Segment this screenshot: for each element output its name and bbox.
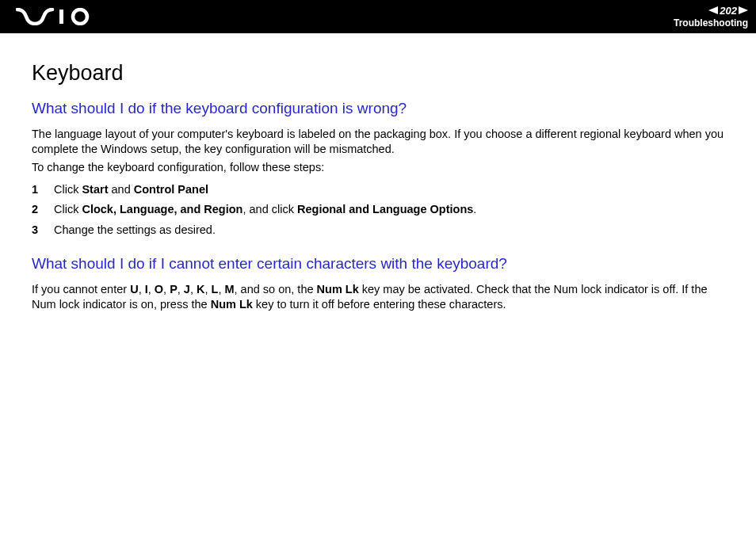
- s2-text-d: key to turn it off before entering these…: [253, 298, 506, 311]
- s2-key-j: J: [184, 283, 190, 296]
- s2-comma-3: ,: [163, 283, 170, 296]
- s2-comma-2: ,: [148, 283, 155, 296]
- svg-rect-0: [59, 10, 63, 24]
- step-2-bold-rlo: Regional and Language Options: [297, 203, 473, 216]
- step-3-text: Change the settings as desired.: [54, 223, 216, 236]
- step-3: Change the settings as desired.: [32, 222, 724, 239]
- s2-comma-4: ,: [178, 283, 184, 296]
- step-1-bold-cp: Control Panel: [134, 183, 208, 196]
- svg-marker-2: [708, 6, 718, 14]
- step-2-text-c: , and click: [242, 203, 297, 216]
- steps-list: Click Start and Control Panel Click Cloc…: [32, 181, 724, 239]
- section2-paragraph: If you cannot enter U, I, O, P, J, K, L,…: [32, 282, 724, 312]
- step-1: Click Start and Control Panel: [32, 181, 724, 199]
- svg-marker-3: [739, 6, 748, 14]
- question-1-heading: What should I do if the keyboard configu…: [32, 100, 724, 117]
- s2-key-m: M: [224, 283, 234, 296]
- vaio-logo-svg: [16, 8, 91, 25]
- page-nav: 202: [674, 5, 748, 17]
- prev-page-arrow-icon[interactable]: [708, 5, 718, 17]
- s2-numlk-1: Num Lk: [317, 283, 359, 296]
- question-2-heading: What should I do if I cannot enter certa…: [32, 255, 724, 273]
- content-area: Keyboard What should I do if the keyboar…: [0, 33, 756, 330]
- header-bar: 202 Troubleshooting: [0, 0, 756, 33]
- section1-intro-2: To change the keyboard configuration, fo…: [32, 160, 724, 175]
- step-2-text-a: Click: [54, 203, 82, 216]
- s2-numlk-2: Num Lk: [211, 298, 253, 311]
- step-1-bold-start: Start: [82, 183, 108, 196]
- step-2-text-e: .: [473, 203, 476, 216]
- header-right: 202 Troubleshooting: [674, 5, 748, 29]
- step-2-bold-clr: Clock, Language, and Region: [82, 203, 242, 216]
- step-1-text-a: Click: [54, 183, 82, 196]
- page-number: 202: [720, 5, 737, 17]
- step-2: Click Clock, Language, and Region, and c…: [32, 201, 724, 219]
- next-page-arrow-icon[interactable]: [739, 5, 748, 17]
- svg-point-1: [73, 10, 87, 24]
- page-title: Keyboard: [32, 61, 724, 86]
- s2-key-u: U: [130, 283, 138, 296]
- step-1-text-c: and: [109, 183, 134, 196]
- s2-text-b: , and so on, the: [235, 283, 317, 296]
- s2-key-o: O: [155, 283, 163, 296]
- s2-comma-6: ,: [204, 283, 211, 296]
- s2-comma-1: ,: [139, 283, 145, 296]
- section-2: What should I do if I cannot enter certa…: [32, 255, 724, 312]
- s2-comma-5: ,: [190, 283, 197, 296]
- s2-text-a: If you cannot enter: [32, 283, 130, 296]
- section-label: Troubleshooting: [674, 17, 748, 29]
- s2-key-k: K: [197, 283, 204, 296]
- s2-key-p: P: [170, 283, 178, 296]
- section1-intro-1: The language layout of your computer's k…: [32, 127, 724, 157]
- vaio-logo: [16, 8, 91, 25]
